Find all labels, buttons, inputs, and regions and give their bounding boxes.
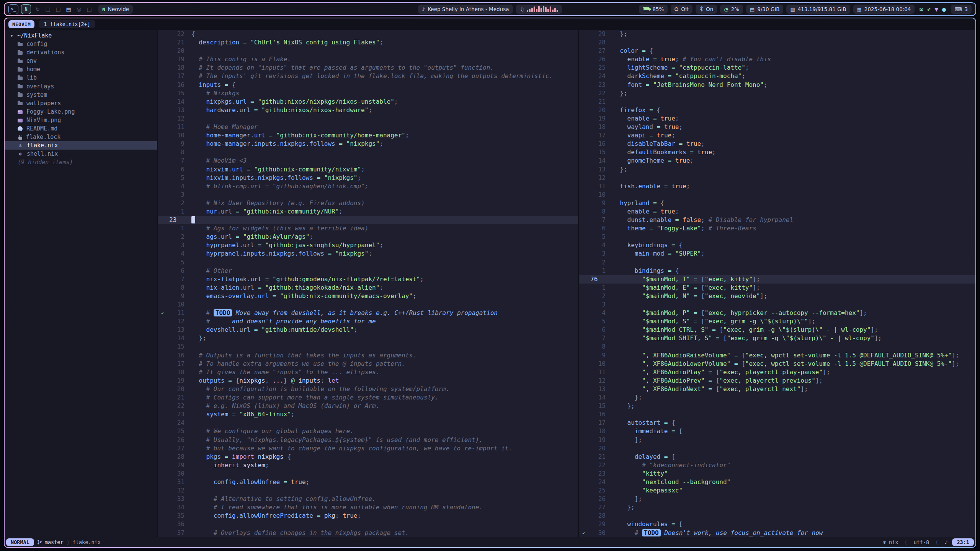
code-line[interactable]: 13 }; — [579, 165, 975, 174]
code-line[interactable]: 1 nur.url = "github:nix-community/NUR"; — [158, 207, 578, 216]
code-line[interactable]: 11 fish.enable = true; — [579, 182, 975, 191]
code-line[interactable]: 18 immediate = [ — [579, 427, 975, 435]
code-line[interactable]: 27 # but because we want to change the n… — [158, 444, 578, 453]
code-line[interactable]: 22{ — [158, 30, 578, 38]
code-line[interactable]: 17 # The inputs' git revisions get locke… — [158, 72, 578, 80]
code-line[interactable]: 76 "$mainMod, T" = ["exec, kitty"]; — [579, 275, 975, 284]
code-line[interactable]: 19 # This config is a Flake. — [158, 55, 578, 64]
code-line[interactable]: 17 vaapi = true; — [579, 131, 975, 140]
tray-mail-icon[interactable]: ✉ — [919, 7, 923, 12]
code-line[interactable]: 29 }; — [579, 30, 975, 38]
tray-shield-icon[interactable]: ▼ — [934, 7, 938, 12]
code-line[interactable]: 8 enable = true; — [579, 207, 975, 216]
cpu-module[interactable]: ◔2% — [720, 5, 743, 14]
code-line[interactable]: 14 }; — [158, 334, 578, 342]
code-line[interactable]: 6 "$mainMod CTRL, S" = ["exec, grim -g \… — [579, 326, 975, 334]
code-line[interactable]: 7 nix-flatpak.url = "github:gmodena/nix-… — [158, 275, 578, 284]
code-line[interactable]: 26 enable = true; # You can't disable th… — [579, 55, 975, 64]
notifications-module[interactable]: ⌨3 — [951, 5, 972, 14]
code-line[interactable]: 15 }; — [579, 402, 975, 410]
code-line[interactable]: 3 — [158, 191, 578, 199]
code-line[interactable]: 8 — [579, 342, 975, 351]
code-line[interactable]: 19 enable = true; — [579, 114, 975, 123]
code-line[interactable]: 9 emacs-overlay.url = "github:nix-commun… — [158, 292, 578, 300]
code-line[interactable]: 15 # Nixpkgs — [158, 89, 578, 98]
code-line[interactable]: 23 system = "x86_64-linux"; — [158, 410, 578, 419]
code-line[interactable]: 4 keybindings = { — [579, 241, 975, 249]
battery-module[interactable]: 85% — [639, 5, 668, 14]
code-line[interactable]: 10 ", XF86AudioLowerVolume" = ["exec, wp… — [579, 360, 975, 368]
code-line[interactable]: 5 — [579, 233, 975, 241]
code-line[interactable]: 4 hyprpanel.inputs.nixpkgs.follows = "ni… — [158, 249, 578, 258]
code-line[interactable]: 6 nixvim.url = "github:nix-community/nix… — [158, 165, 578, 174]
code-line[interactable]: 1 bindings = { — [579, 267, 975, 275]
file-tree-item[interactable]: home — [5, 65, 157, 73]
code-line[interactable]: 34 # I read somewhere that this is more … — [158, 503, 578, 512]
bluetooth-module[interactable]: On — [696, 5, 717, 14]
code-line[interactable]: 18 wayland = true; — [579, 123, 975, 131]
code-line[interactable]: 21 description = "ChUrl's NixOS config u… — [158, 38, 578, 47]
file-tree-item[interactable]: env — [5, 57, 157, 65]
code-line[interactable]: 7 dunst.enable = false; # Disable for hy… — [579, 216, 975, 224]
code-line[interactable]: 7 # NeoVim <3 — [158, 156, 578, 165]
code-line[interactable]: 20 firefox = { — [579, 106, 975, 114]
code-line[interactable]: 14 }; — [579, 393, 975, 402]
neovim-icon[interactable]: N — [21, 4, 31, 14]
code-line[interactable]: 24 "nextcloud --background" — [579, 478, 975, 486]
code-line[interactable]: 15 — [158, 342, 578, 351]
code-line[interactable]: 28 — [579, 512, 975, 520]
code-line[interactable]: 16 inputs = { — [158, 81, 578, 89]
file-tree-item[interactable]: overlays — [5, 82, 157, 91]
code-line[interactable]: 17 # To handle extra arguments we use th… — [158, 360, 578, 368]
git-branch[interactable]: master — [37, 539, 64, 545]
file-tree-item[interactable]: derivations — [5, 48, 157, 57]
code-line[interactable]: 17 autostart = { — [579, 419, 975, 427]
code-line[interactable]: 28 pkgs = import nixpkgs { — [158, 453, 578, 461]
clock-module[interactable]: ▦2025-06-18 00:04 — [853, 5, 915, 14]
code-line[interactable]: 21 — [579, 98, 975, 106]
code-line[interactable]: 16 disableTabBar = true; — [579, 140, 975, 148]
code-line[interactable]: 32 — [158, 486, 578, 495]
code-line[interactable]: 8 nix-alien.url = "github:thiagokokada/n… — [158, 284, 578, 292]
code-line[interactable]: 29 windowrules = [ — [579, 520, 975, 528]
code-line[interactable]: 24 — [158, 419, 578, 427]
code-line[interactable]: 37 # Overlays define changes in the nixp… — [158, 529, 578, 537]
workspace-8-icon[interactable]: □ — [85, 6, 93, 12]
code-line[interactable]: 7 "$mainMod SHIFT, S" = ["exec, grim -g … — [579, 334, 975, 342]
code-line[interactable]: 2 ags.url = "github:Aylur/ags"; — [158, 233, 578, 241]
code-line[interactable]: 12 — [579, 174, 975, 182]
code-line[interactable]: 21 # Configs can support more than a sin… — [158, 393, 578, 402]
file-tree-item[interactable]: lib — [5, 73, 157, 82]
disk-module[interactable]: ▥413.19/915.81 GiB — [786, 5, 850, 14]
code-line[interactable]: 11 ", XF86AudioPlay" = ["exec, playerctl… — [579, 368, 975, 377]
code-line[interactable]: 20 # Our configuration is buildable on t… — [158, 385, 578, 393]
code-line[interactable]: 8 — [158, 148, 578, 156]
code-line[interactable]: 33 # Alternative to setting config.allow… — [158, 495, 578, 503]
now-playing-pill[interactable]: ♪ Keep Shelly In Athens - Medusa — [418, 5, 513, 14]
code-line[interactable]: 27 }; — [579, 503, 975, 512]
code-line[interactable]: 25 # We configure our global packages he… — [158, 427, 578, 435]
code-line[interactable]: 10 — [158, 300, 578, 309]
code-line[interactable]: 2 — [579, 258, 975, 267]
code-line[interactable]: 1 # Ags for widgets (this was a terrible… — [158, 224, 578, 233]
code-line[interactable]: 12 # and doesn't provide any benefits fo… — [158, 317, 578, 326]
file-tree-item[interactable]: shell.nix — [5, 150, 157, 158]
code-line[interactable]: 2 "$mainMod, N" = ["exec, neovide"]; — [579, 292, 975, 300]
file-tree-item[interactable]: Foggy-Lake.png — [5, 108, 157, 116]
code-line[interactable]: 16 # Outputs is a function that takes th… — [158, 351, 578, 360]
code-line[interactable]: 9 home-manager.inputs.nixpkgs.follows = … — [158, 140, 578, 148]
code-line[interactable]: 3 main-mod = "SUPER"; — [579, 249, 975, 258]
code-line[interactable]: 10 — [579, 191, 975, 199]
file-tree-root[interactable]: ~/NixFlake — [5, 31, 157, 40]
code-line[interactable]: 25 "keepassxc" — [579, 486, 975, 495]
code-line[interactable]: 3 — [579, 300, 975, 309]
code-line[interactable]: 6 # Other — [158, 267, 578, 275]
code-line[interactable]: 12 ", XF86AudioPrev" = ["exec, playerctl… — [579, 377, 975, 385]
code-line[interactable]: 19 outputs = {nixpkgs, ...} @ inputs: le… — [158, 377, 578, 385]
code-line[interactable]: 5 nixvim.inputs.nixpkgs.follows = "nixpk… — [158, 174, 578, 182]
editor-pane-left[interactable]: 22{21 description = "ChUrl's NixOS confi… — [157, 30, 578, 537]
code-line[interactable]: 22 }; — [579, 89, 975, 98]
code-line[interactable]: 30 — [158, 469, 578, 478]
code-line[interactable]: 18 # It gives the name "inputs" to the .… — [158, 368, 578, 377]
code-line[interactable]: 3 hyprpanel.url = "github:jas-singhfsu/h… — [158, 241, 578, 249]
